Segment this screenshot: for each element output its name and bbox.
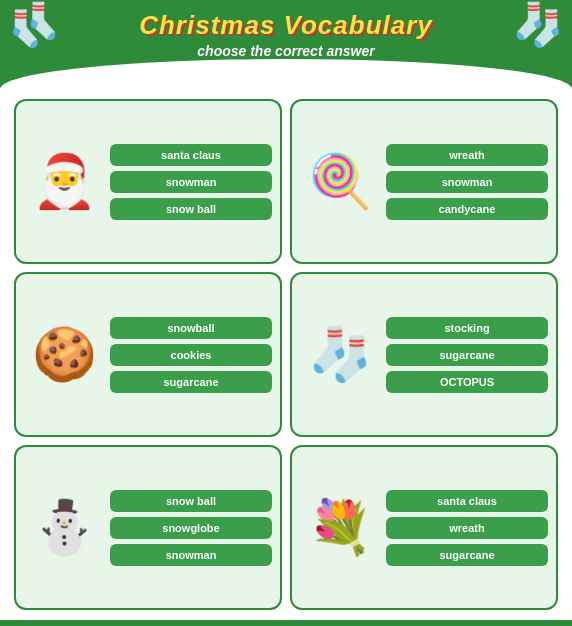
card-3-options: snowballcookiessugarcane — [110, 317, 272, 393]
card-3-option-1[interactable]: snowball — [110, 317, 272, 339]
candycane-image: 🍭 — [308, 151, 373, 212]
santa-image: 🎅 — [32, 151, 97, 212]
card-3-image: 🍪 — [24, 282, 104, 427]
stocking-right-icon: 🧦 — [512, 0, 564, 49]
card-5-options: snow ballsnowglobesnowman — [110, 490, 272, 566]
card-2-option-3[interactable]: candycane — [386, 198, 548, 220]
stocking-image: 🧦 — [308, 324, 373, 385]
page-title: Christmas Vocabulary — [0, 10, 572, 41]
card-5-option-3[interactable]: snowman — [110, 544, 272, 566]
card-6-option-1[interactable]: santa claus — [386, 490, 548, 512]
card-5-image: ⛄ — [24, 455, 104, 600]
wreath-image: 💐 — [308, 497, 373, 558]
card-1-option-1[interactable]: santa claus — [110, 144, 272, 166]
card-4-options: stockingsugarcaneOCTOPUS — [386, 317, 548, 393]
card-4-option-1[interactable]: stocking — [386, 317, 548, 339]
card-3-option-3[interactable]: sugarcane — [110, 371, 272, 393]
card-4-image: 🧦 — [300, 282, 380, 427]
cookie-image: 🍪 — [32, 324, 97, 385]
card-5: ⛄snow ballsnowglobesnowman — [14, 445, 282, 610]
card-2-image: 🍭 — [300, 109, 380, 254]
cards-grid: 🎅santa claussnowmansnow ball🍭wreathsnowm… — [0, 89, 572, 620]
card-2-option-1[interactable]: wreath — [386, 144, 548, 166]
card-3: 🍪snowballcookiessugarcane — [14, 272, 282, 437]
card-4-option-2[interactable]: sugarcane — [386, 344, 548, 366]
card-1: 🎅santa claussnowmansnow ball — [14, 99, 282, 264]
header: 🧦 Christmas Vocabulary choose the correc… — [0, 0, 572, 59]
card-5-option-1[interactable]: snow ball — [110, 490, 272, 512]
page-subtitle: choose the correct answer — [0, 43, 572, 59]
card-1-option-2[interactable]: snowman — [110, 171, 272, 193]
card-2-option-2[interactable]: snowman — [386, 171, 548, 193]
card-6-option-3[interactable]: sugarcane — [386, 544, 548, 566]
card-5-option-2[interactable]: snowglobe — [110, 517, 272, 539]
snowman-image: ⛄ — [32, 497, 97, 558]
card-6-image: 💐 — [300, 455, 380, 600]
card-6-options: santa clauswreathsugarcane — [386, 490, 548, 566]
card-2-options: wreathsnowmancandycane — [386, 144, 548, 220]
card-2: 🍭wreathsnowmancandycane — [290, 99, 558, 264]
card-1-options: santa claussnowmansnow ball — [110, 144, 272, 220]
card-1-option-3[interactable]: snow ball — [110, 198, 272, 220]
card-4: 🧦stockingsugarcaneOCTOPUS — [290, 272, 558, 437]
card-6: 💐santa clauswreathsugarcane — [290, 445, 558, 610]
card-1-image: 🎅 — [24, 109, 104, 254]
wave-divider — [0, 59, 572, 89]
card-4-option-3[interactable]: OCTOPUS — [386, 371, 548, 393]
card-6-option-2[interactable]: wreath — [386, 517, 548, 539]
card-3-option-2[interactable]: cookies — [110, 344, 272, 366]
stocking-left-icon: 🧦 — [8, 0, 60, 49]
